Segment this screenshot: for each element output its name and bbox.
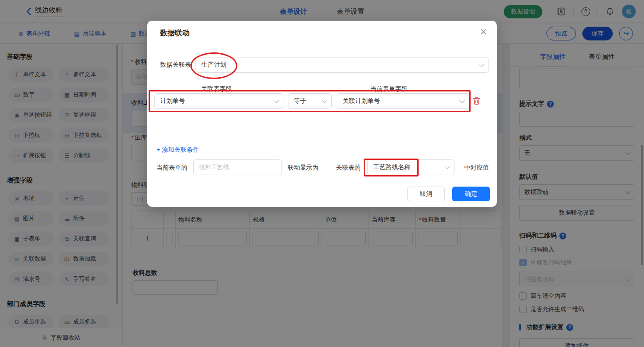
chevron-down-icon <box>274 98 279 103</box>
condition-field-select[interactable]: 计划单号 <box>154 93 283 109</box>
of-table-label: 关联表的 <box>336 164 361 172</box>
add-condition-link[interactable]: + 添加关联条件 <box>156 146 199 154</box>
linkage-display-label: 联动显示为 <box>288 164 319 172</box>
chevron-down-icon <box>460 98 465 103</box>
current-form-prefix-label: 当前表单的 <box>156 164 188 172</box>
modal-header-divider <box>147 47 497 47</box>
chevron-down-icon <box>322 98 327 103</box>
corresponding-value-label: 中对应值 <box>464 164 489 172</box>
close-icon[interactable]: × <box>480 26 487 37</box>
current-form-field-input[interactable]: 收料工艺线 <box>193 159 282 175</box>
app-root: 线边收料 表单设计 表单设置 数据管理 ? 检 ⊘表单外链 ▤后端脚本 ▥数据权… <box>0 0 644 347</box>
relation-table-label: 数据关联表 <box>160 61 191 69</box>
cancel-button[interactable]: 取消 <box>407 187 445 201</box>
modal-title: 数据联动 <box>160 28 190 38</box>
column-header-right: 当前表单字段 <box>370 85 408 93</box>
chevron-down-icon <box>445 164 450 169</box>
data-linkage-modal: 数据联动 × 数据关联表 生产计划 关联表字段 当前表单字段 计划单号 等于 关… <box>147 21 497 207</box>
confirm-button[interactable]: 确定 <box>452 187 490 201</box>
relation-column-select[interactable]: 工艺路线名称 <box>367 159 454 175</box>
condition-form-field-select[interactable]: 关联计划单号 <box>337 93 469 109</box>
column-header-left: 关联表字段 <box>201 85 232 93</box>
relation-table-select[interactable]: 生产计划 <box>196 57 489 73</box>
chevron-down-icon <box>479 62 484 67</box>
condition-operator-select[interactable]: 等于 <box>288 93 332 109</box>
delete-condition-icon[interactable] <box>472 97 481 107</box>
